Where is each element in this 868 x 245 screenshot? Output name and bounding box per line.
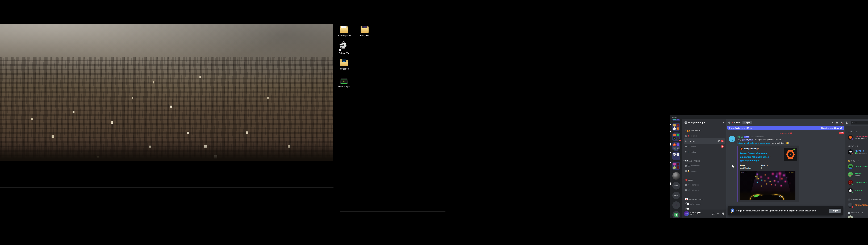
server-icon[interactable]: G	[677, 127, 679, 130]
server-icon[interactable]: MB	[673, 147, 676, 149]
embed-title-link[interactable]: Diesen Stream können nur Zukünftige Mill…	[740, 152, 781, 163]
server-icon[interactable]: F	[673, 143, 676, 146]
server-icon[interactable]	[677, 153, 679, 156]
server-icon[interactable]	[673, 163, 676, 166]
settings-gear-icon[interactable]	[722, 213, 724, 215]
follow-channel-button[interactable]: Folgen	[743, 121, 752, 124]
server-icon[interactable]	[673, 127, 676, 130]
user-avatar[interactable]: LW	[684, 211, 689, 216]
server-icon[interactable]: A	[677, 124, 679, 127]
server-folder-4[interactable]: FFM	[672, 152, 680, 160]
lock-icon	[685, 165, 687, 167]
search-input[interactable]: Suche	[850, 121, 868, 125]
new-messages-bar[interactable]: 1 neue Nachricht seit 19:24 Als gelesen …	[727, 127, 844, 130]
server-folder-0[interactable]	[672, 119, 680, 121]
server-bubble-BxB[interactable]: BxB	[672, 182, 680, 190]
city-video-playback-area[interactable]	[0, 24, 333, 161]
channel-Primexico[interactable]: Primexico	[684, 182, 725, 187]
headphones-icon[interactable]	[717, 213, 719, 215]
member-orangemorange[interactable]: orangemorangeStreamt Diesen Stream kö...	[848, 134, 868, 141]
chat-area: 1 neue Nachricht seit 19:24 Als gelesen …	[726, 127, 845, 218]
follow-banner-button[interactable]: Folgen	[829, 209, 841, 213]
category-livestream[interactable]: LIVESTREAM	[682, 159, 726, 163]
category-support-ticket[interactable]: SUPPORT-TICKET	[682, 197, 726, 201]
server-icon[interactable]	[677, 143, 679, 146]
window-edge-line-middle	[340, 211, 445, 212]
notifications-bell-icon[interactable]	[836, 121, 838, 124]
member-status: Streamt Diesen Stream kö...	[855, 138, 868, 139]
desktop-icon-label: video_2.mp4	[335, 86, 352, 88]
megaphone-icon	[685, 140, 687, 142]
server-icon[interactable]	[673, 119, 676, 120]
message-author[interactable]: MEE6	[738, 136, 743, 138]
server-icon[interactable]: FFM	[673, 153, 676, 156]
desktop-icon-lvckyapi[interactable]: PsPsLvckyAPI	[356, 25, 373, 37]
pinned-messages-icon[interactable]	[841, 121, 843, 124]
member-group-label: LORD — 1	[848, 131, 868, 133]
invite-member-icon[interactable]	[717, 140, 720, 142]
member-group: MOD — 4DESPENCHIONKURDiXsleepinLIVEPRIME…	[848, 160, 868, 194]
online-status-icon	[851, 191, 854, 193]
server-header[interactable]: orangemorange	[682, 119, 726, 126]
channel-willkommen[interactable]: #-willkommen	[684, 128, 725, 133]
channel-twitch-unban[interactable]: #twitch-unban	[684, 201, 725, 207]
server-icon[interactable]	[673, 124, 676, 127]
member-KURDiX[interactable]: KURDiXsleepin	[848, 171, 868, 178]
channel-lounge[interactable]: lounge	[684, 168, 725, 174]
channel-general[interactable]: !-general	[684, 133, 725, 138]
channel-videos[interactable]: !-videos2	[684, 144, 725, 149]
channel-name: livestream	[691, 165, 700, 167]
folder-js-icon: JSJS	[338, 25, 349, 34]
embed-thumbnail[interactable]	[784, 147, 797, 161]
member-LIVEPRIMEX[interactable]: LIVEPRIMEX	[848, 179, 868, 186]
member-DESPENCHION[interactable]: DESPENCHION	[848, 163, 868, 170]
server-icon[interactable]: b	[673, 137, 676, 140]
window-edge-line-left	[0, 187, 334, 188]
member-list: LORD — 1orangemorangeStreamt Diesen Stre…	[845, 127, 868, 218]
channel-livestream[interactable]: livestream	[684, 163, 725, 168]
mark-as-read-label[interactable]: Als gelesen markieren	[821, 127, 839, 129]
member-REALAQURO[interactable]: REALAQURO	[848, 202, 868, 209]
server-icon[interactable]	[677, 166, 679, 169]
lock-icon	[685, 190, 687, 191]
mee6-avatar[interactable]	[729, 136, 735, 142]
channel-title: -news	[734, 121, 740, 124]
everyone-mention[interactable]: @everyone	[742, 139, 753, 141]
follow-channel-banner: Folge diesem Kanal, um dessen Updates au…	[728, 206, 843, 215]
desktop-icon-auftrag[interactable]: ↗Auftrag (F)	[335, 42, 352, 54]
server-folder-5[interactable]	[672, 162, 680, 170]
server-folder-2[interactable]: Rb3	[672, 133, 680, 141]
server-icon[interactable]	[673, 166, 676, 169]
member-MARK8i[interactable]: MARK8i	[848, 187, 868, 194]
chevron-down-icon	[683, 199, 684, 199]
channel-name: Nefastan	[691, 189, 699, 191]
member-list-toggle-icon[interactable]	[845, 121, 848, 124]
server-folder-1[interactable]: AG	[672, 123, 680, 131]
server-bubble-explore[interactable]	[672, 211, 680, 218]
channel-news[interactable]: !-news1	[684, 138, 725, 144]
server-icon[interactable]	[677, 163, 679, 166]
discord-titlebar[interactable]: Discord ×	[670, 115, 868, 119]
megaphone-icon	[685, 151, 687, 153]
category-mods[interactable]: MODS	[682, 178, 726, 182]
server-icon[interactable]	[677, 119, 679, 120]
desktop-icon-video2[interactable]: lwvideo_2.mp4	[335, 78, 352, 88]
channel-Nefastan[interactable]: Nefastan	[684, 187, 725, 193]
desktop-icon-photoshop[interactable]: PsPhotoshop	[335, 59, 352, 70]
server-bubble-avatar[interactable]	[672, 172, 680, 180]
channel-twitter[interactable]: !-twitter	[684, 149, 725, 155]
desktop-icon-kahoot-spamer[interactable]: JSJSKahoot-Spamer	[335, 25, 352, 37]
server-icon[interactable]	[673, 134, 676, 136]
server-icon[interactable]: R	[677, 134, 679, 136]
twitch-link[interactable]: https://www.twitch.tv/orangemorange	[738, 142, 770, 144]
server-folder-3[interactable]: FMBMB	[672, 142, 680, 151]
server-icon[interactable]: MB	[677, 147, 679, 149]
server-bubble-GxB[interactable]: GxB	[672, 192, 680, 199]
mail-emoji	[685, 198, 688, 200]
server-bubble-+[interactable]: +	[672, 201, 680, 209]
member-partial[interactable]	[848, 215, 868, 218]
microphone-icon[interactable]	[713, 213, 714, 215]
threads-icon[interactable]: #	[832, 121, 833, 124]
stream-preview-image[interactable]: 09:44 elgato 5348/5000	[740, 171, 796, 200]
member-NEFAS_8i[interactable]: NEFAS_8iDiscord Invite Link = Block	[848, 149, 868, 155]
